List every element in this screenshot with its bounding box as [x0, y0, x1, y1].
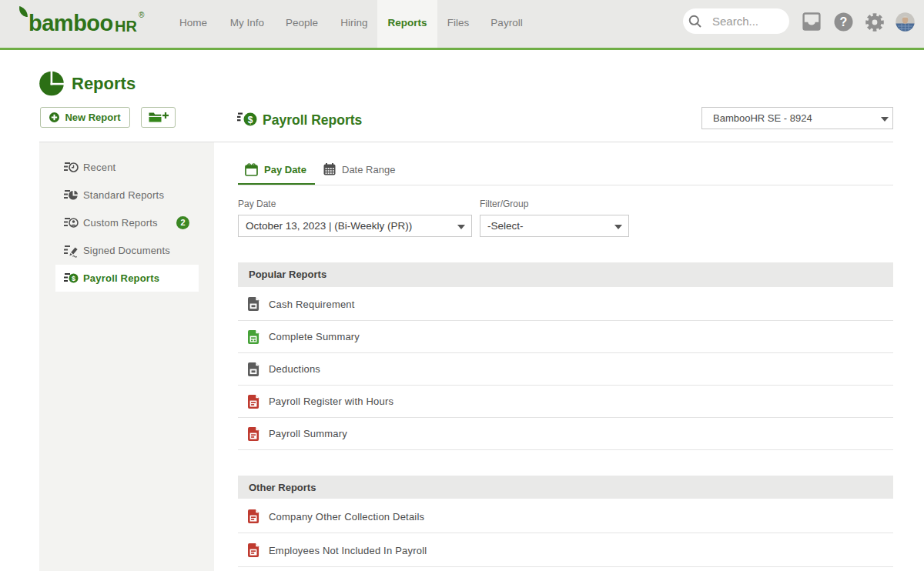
svg-text:$: $	[248, 115, 253, 125]
svg-text:$: $	[72, 275, 75, 282]
svg-text:?: ?	[840, 15, 848, 28]
